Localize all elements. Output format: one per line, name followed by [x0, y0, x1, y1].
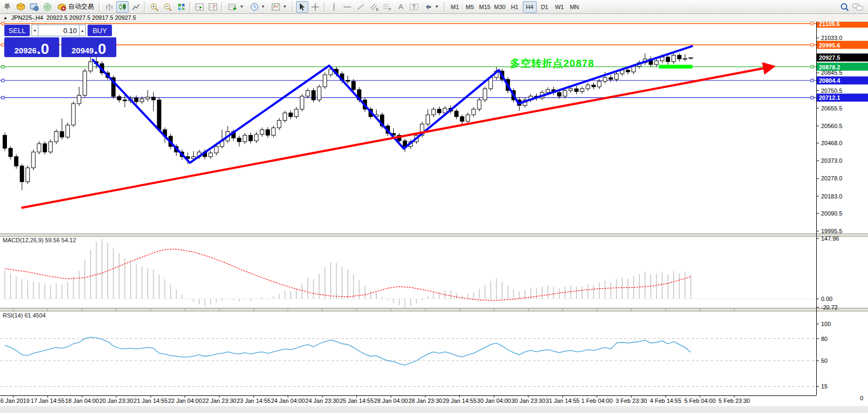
- tab-timeframe-mn[interactable]: MN: [568, 1, 582, 13]
- signals-button[interactable]: [41, 1, 53, 13]
- rsi-axis[interactable]: 1008050150: [816, 321, 863, 401]
- autotrade-label: 自动交易: [68, 2, 94, 11]
- new-order-label: 单: [4, 2, 11, 11]
- tab-timeframe-h4[interactable]: H4: [523, 1, 537, 13]
- zigzag-trendline: [93, 46, 692, 163]
- signal-icon: [43, 3, 52, 11]
- svg-text:17 Jan 14:55: 17 Jan 14:55: [31, 398, 65, 404]
- tab-timeframe-m5[interactable]: M5: [463, 1, 477, 13]
- auto-scroll-icon: [195, 3, 204, 11]
- bar-chart-icon: [105, 3, 114, 11]
- volume-input[interactable]: 0.10: [38, 25, 79, 36]
- svg-text:28 Jan 23:30: 28 Jan 23:30: [408, 398, 442, 404]
- cursor-button[interactable]: [296, 1, 308, 13]
- channel-button[interactable]: E: [368, 1, 380, 13]
- one-click-trading-panel: SELL ▼ 0.10 ▲ BUY 20926.0 20949.0: [4, 25, 117, 57]
- tab-timeframe-w1[interactable]: W1: [553, 1, 567, 13]
- svg-text:20468.0: 20468.0: [821, 140, 842, 146]
- search-button[interactable]: [838, 1, 850, 13]
- toolbar-separator: [221, 2, 224, 12]
- terminal-icon: [29, 3, 39, 11]
- equidistant-channel-icon: E: [369, 3, 379, 11]
- svg-text:-20.72: -20.72: [821, 304, 838, 311]
- volume-down-button[interactable]: ▼: [31, 25, 38, 36]
- chat-bubbles-icon: [852, 2, 864, 12]
- time-axis[interactable]: 16 Jan 201917 Jan 14:5518 Jan 04:0020 Ja…: [0, 308, 750, 404]
- annotation-text[interactable]: 多空转折点20878: [510, 57, 594, 70]
- shapes-button[interactable]: ▼: [421, 1, 442, 13]
- chevron-down-icon: ▼: [435, 4, 439, 9]
- chart-candles-button[interactable]: [116, 1, 129, 13]
- line-anchor-handle: [811, 66, 814, 68]
- triangle-down-icon: ▼: [33, 29, 37, 33]
- clock-icon: [250, 3, 259, 11]
- sell-button[interactable]: SELL: [4, 25, 30, 36]
- auto-scroll-button[interactable]: [194, 1, 206, 13]
- text-tool-icon: A: [399, 3, 403, 11]
- zoom-in-icon: [150, 3, 159, 11]
- sell-price-box[interactable]: 20926.0: [4, 37, 59, 57]
- text-button[interactable]: A: [395, 1, 407, 13]
- horizontal-level-lines[interactable]: [0, 22, 816, 99]
- fibonacci-button[interactable]: F: [381, 1, 394, 13]
- chart-window-titlebar[interactable]: ▲ JPN225-,H4 20922.5 20927.5 20917.5 209…: [0, 14, 868, 22]
- svg-text:F: F: [389, 7, 391, 11]
- chevron-down-icon: ▼: [240, 4, 244, 9]
- terminal-button[interactable]: [28, 1, 40, 13]
- chart-shift-button[interactable]: [207, 1, 219, 13]
- horizontal-line-button[interactable]: [341, 1, 354, 13]
- periods-button[interactable]: ▼: [248, 1, 268, 13]
- volume-up-button[interactable]: ▲: [79, 25, 86, 36]
- chart-canvas[interactable]: 21128.021033.020938.020845.520750.520655…: [0, 0, 868, 413]
- line-anchor-handle: [811, 44, 814, 46]
- add-indicator-icon: [228, 3, 237, 11]
- fibonacci-icon: F: [383, 3, 392, 11]
- vertical-line-icon: [331, 3, 337, 11]
- chevron-down-icon: ▼: [261, 4, 265, 9]
- chart-line-button[interactable]: [130, 1, 142, 13]
- chart-bars-button[interactable]: [103, 1, 115, 13]
- autotrade-button[interactable]: 自动交易: [54, 1, 97, 13]
- collapse-triangle-icon[interactable]: ▲: [3, 15, 7, 20]
- chart-profile-button[interactable]: [14, 1, 27, 13]
- tab-timeframe-m1[interactable]: M1: [448, 1, 462, 13]
- buy-button[interactable]: BUY: [87, 25, 112, 36]
- svg-text:24 Jan 04:00: 24 Jan 04:00: [271, 398, 305, 404]
- templates-button[interactable]: ▼: [269, 1, 290, 13]
- line-anchor-handle: [811, 22, 814, 25]
- svg-text:5 Feb 04:00: 5 Feb 04:00: [684, 398, 716, 404]
- add-indicator-button[interactable]: ▼: [226, 1, 246, 13]
- svg-text:20090.5: 20090.5: [821, 210, 842, 217]
- tab-timeframe-m15[interactable]: M15: [478, 1, 492, 13]
- buy-price-pips: .0: [94, 42, 106, 56]
- svg-text:80: 80: [821, 336, 827, 342]
- trend-objects[interactable]: [21, 46, 772, 208]
- vertical-line-button[interactable]: [328, 1, 340, 13]
- search-icon: [840, 2, 849, 12]
- new-order-button[interactable]: 单: [1, 1, 13, 13]
- toolbar-separator: [189, 2, 192, 12]
- svg-text:30 Jan 04:00: 30 Jan 04:00: [477, 398, 511, 404]
- svg-text:21 Jan 14:55: 21 Jan 14:55: [134, 398, 168, 404]
- toolbar-separator: [292, 2, 294, 12]
- tab-timeframe-d1[interactable]: D1: [538, 1, 552, 13]
- zoom-in-button[interactable]: [148, 1, 161, 13]
- trendline-button[interactable]: [355, 1, 367, 13]
- status-strip: [0, 406, 868, 413]
- svg-text:100: 100: [821, 321, 831, 327]
- chat-button[interactable]: [851, 1, 864, 13]
- tile-windows-button[interactable]: [175, 1, 187, 13]
- tab-timeframe-m30[interactable]: M30: [493, 1, 507, 13]
- price-axis[interactable]: 21128.021033.020938.020845.520750.520655…: [816, 17, 868, 234]
- tab-timeframe-h1[interactable]: H1: [508, 1, 522, 13]
- crosshair-button[interactable]: [309, 1, 322, 13]
- crosshair-icon: [311, 3, 320, 11]
- text-label-button[interactable]: T: [408, 1, 420, 13]
- trendline-icon: [356, 3, 365, 11]
- svg-text:28 Jan 04:00: 28 Jan 04:00: [374, 398, 408, 404]
- zoom-out-button[interactable]: [162, 1, 174, 13]
- svg-text:T: T: [412, 4, 416, 10]
- line-anchor-handle: [2, 66, 4, 68]
- buy-price-box[interactable]: 20949.0: [61, 37, 116, 57]
- macd-axis[interactable]: 147.960.00-20.72: [816, 235, 839, 311]
